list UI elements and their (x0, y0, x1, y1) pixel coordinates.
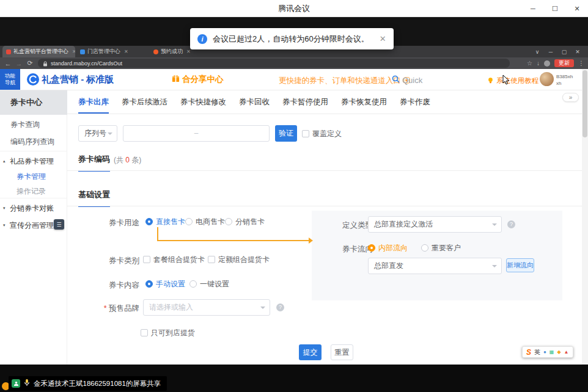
tab-menu-button[interactable]: ∨ (531, 46, 544, 57)
tab-close-icon[interactable]: ✕ (186, 49, 191, 54)
expand-panel-button[interactable]: » (562, 93, 579, 102)
sidebar-item-code-query[interactable]: 编码序列查询 (0, 134, 67, 149)
tab-card-recycle[interactable]: 券卡回收 (239, 90, 270, 114)
share-center-link[interactable]: 合分享中心 (172, 74, 224, 85)
minimize-icon: ─ (549, 49, 553, 55)
category-combo-checkbox[interactable]: 套餐组合提货卡 (143, 255, 205, 264)
tab-favicon (153, 49, 158, 54)
category-combo-label: 套餐组合提货卡 (153, 255, 205, 265)
brand-placeholder: 请选择或输入 (149, 303, 193, 311)
sidebar-item-card-query[interactable]: 券卡查询 (0, 117, 67, 132)
update-button[interactable]: 更新 (554, 59, 574, 68)
tutorial-link[interactable]: 系统使用教程 (487, 76, 538, 85)
scrollbar-thumb[interactable] (582, 70, 587, 137)
toast-close-icon[interactable]: ✕ (380, 34, 386, 43)
bookmark-star-icon[interactable]: ☆ (527, 60, 532, 67)
avatar[interactable] (540, 72, 554, 86)
sidebar-group-distribution[interactable]: ▾ 分销券卡对账 (0, 201, 67, 216)
browser-minimize-button[interactable]: ─ (544, 46, 557, 57)
store-pickup-checkbox[interactable]: 只可到店提货 (141, 328, 195, 337)
forward-button[interactable]: → (13, 57, 24, 69)
browser-tab-1[interactable]: 礼盒营销平台管理中心 ✕ (2, 46, 75, 57)
checkbox-icon (143, 256, 150, 263)
browser-maximize-button[interactable]: ▢ (557, 46, 571, 57)
scrollbar-track[interactable] (582, 69, 588, 365)
connector-arrow-icon (309, 238, 313, 244)
define-type-help-icon[interactable]: ? (507, 220, 515, 228)
download-icon[interactable]: ↓ (537, 60, 540, 67)
category-fixed-label: 定额组合提货卡 (218, 255, 270, 265)
content-manual-radio[interactable]: 手动设置 (145, 280, 185, 288)
profile-icon[interactable] (544, 60, 550, 67)
tab-card-activate[interactable]: 券卡后续激活 (122, 90, 167, 114)
section-divider (67, 206, 588, 206)
submit-button[interactable]: 提交 (299, 344, 322, 360)
func-nav-line1: 功能 (5, 73, 15, 79)
back-button[interactable]: ← (2, 57, 13, 69)
more-menu-icon[interactable]: ⋮ (578, 60, 584, 67)
ime-toolbar[interactable]: S 英 ● ▦ ◆ ▲ (522, 346, 573, 358)
maximize-button[interactable]: ☐ (544, 0, 566, 17)
chevron-down-icon: ∨ (535, 49, 540, 55)
sidebar-divider (0, 198, 67, 198)
close-button[interactable]: ✕ (566, 0, 588, 17)
func-nav-button[interactable]: 功能 导航 (0, 69, 20, 90)
tab-close-icon[interactable]: ✕ (72, 49, 75, 54)
tab-card-outbound[interactable]: 券卡出库 (78, 90, 109, 114)
floating-widget-button[interactable]: ☰ (54, 219, 64, 230)
connector-line-horizontal (157, 240, 309, 241)
browser-close-button[interactable]: ✕ (571, 46, 584, 57)
browser-tab-2[interactable]: 门店管理中心 ✕ (76, 46, 149, 57)
override-define-checkbox[interactable]: 覆盖定义 (302, 129, 342, 138)
brand-select[interactable]: 请选择或输入 (143, 299, 270, 316)
refresh-button[interactable]: ⟳ (24, 57, 35, 69)
sidebar-group-gift-cards[interactable]: ▴ 礼品券卡管理 (0, 154, 67, 169)
ime-voice-icon[interactable]: ● (543, 350, 546, 355)
usage-direct-label: 直接售卡 (156, 217, 185, 227)
browser-addressbar: ← → ⟳ standard.maboy.cn/CardsOut ☆ ↓ 更新 … (0, 57, 588, 69)
checkbox-icon (208, 256, 215, 263)
bulb-icon (487, 77, 494, 85)
ime-toolbox-icon[interactable]: ▲ (564, 350, 569, 355)
usage-direct-radio[interactable]: 直接售卡 (145, 217, 185, 226)
reset-button[interactable]: 重置 (331, 344, 353, 360)
sidebar-item-op-log[interactable]: 操作记录 (0, 184, 67, 198)
flow-select[interactable]: 总部直发 (368, 258, 502, 274)
category-fixed-checkbox[interactable]: 定额组合提货卡 (208, 255, 270, 264)
tab-card-quick-edit[interactable]: 券卡快捷修改 (180, 90, 226, 114)
add-flow-button[interactable]: 新增流向 (506, 258, 534, 272)
serial-range-input[interactable]: – (123, 125, 270, 142)
tab-card-resume[interactable]: 券卡恢复使用 (341, 90, 387, 114)
define-type-select[interactable]: 总部直接定义激活 (368, 216, 502, 233)
usage-distribution-radio[interactable]: 分销售卡 (225, 217, 265, 226)
define-type-value: 总部直接定义激活 (374, 220, 433, 228)
usage-ecommerce-radio[interactable]: 电商售卡 (185, 217, 225, 226)
share-center-label: 合分享中心 (182, 74, 224, 85)
ime-lang-indicator[interactable]: 英 (534, 348, 540, 357)
minimize-button[interactable]: ─ (522, 0, 544, 17)
url-bar[interactable]: standard.maboy.cn/CardsOut (38, 59, 510, 68)
tab-card-pause[interactable]: 券卡暂停使用 (282, 90, 328, 114)
flow-internal-radio[interactable]: 内部流向 (368, 244, 408, 252)
ime-keyboard-icon[interactable]: ▦ (549, 350, 554, 355)
brand-help-icon[interactable]: ? (276, 303, 284, 311)
radio-selected-icon (145, 280, 153, 288)
flow-vip-radio[interactable]: 重要客户 (421, 244, 461, 252)
sogou-logo-icon[interactable]: S (526, 348, 531, 357)
search-icon (392, 75, 400, 85)
share-banner-text: 金禾通技术王斌18662591081的屏幕共享 (34, 379, 161, 388)
sidebar-item-card-manage[interactable]: 券卡管理 (0, 169, 67, 184)
sidebar-section-title: 券卡中心 (0, 90, 67, 115)
main-tabbar: 券卡出库 券卡后续激活 券卡快捷修改 券卡回收 券卡暂停使用 券卡恢复使用 券卡… (67, 90, 582, 114)
tab-close-icon[interactable]: ✕ (124, 49, 128, 54)
caret-down-icon (108, 132, 112, 135)
serial-type-select[interactable]: 序列号 (78, 125, 117, 142)
verify-button[interactable]: 验证 (275, 125, 297, 142)
quick-search[interactable]: Quick (392, 75, 422, 85)
menu-lines-icon: ☰ (56, 222, 61, 228)
tab-card-void[interactable]: 券卡作废 (400, 90, 430, 114)
ime-skin-icon[interactable]: ◆ (557, 350, 560, 355)
promo-link[interactable]: 更快捷的券卡、订单和快递通道入口 (279, 76, 410, 86)
share-indicator: 金禾通技术王斌18662591081的屏幕共享 (9, 376, 167, 391)
content-onekey-radio[interactable]: 一键设置 (189, 280, 229, 288)
